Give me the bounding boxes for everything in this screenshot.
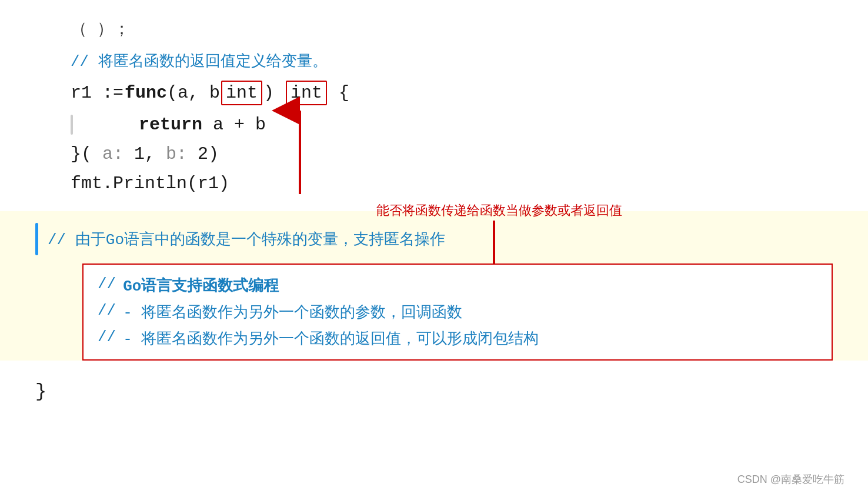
red-box-prefix-1: // [98, 275, 116, 293]
code-open-brace: { [328, 83, 349, 103]
comment-line-1: // 将匿名函数的返回值定义给变量。 [35, 51, 833, 71]
yellow-block: // 由于Go语言中的函数是一个特殊的变量，支持匿名操作 // Go语言支持函数… [0, 211, 868, 361]
a-hint: a: [102, 144, 123, 164]
watermark: CSDN @南桑爱吃牛筋 [737, 472, 844, 486]
code-r1-prefix: r1 := [71, 83, 123, 103]
b-hint: b: [166, 144, 187, 164]
return-block: return a + b [35, 115, 833, 135]
code-func-keyword: func [125, 83, 167, 103]
code-space [274, 83, 285, 103]
return-keyword: return [139, 115, 202, 135]
fmt-line: fmt.Println(r1) [35, 174, 833, 194]
close-brace-open: }( [71, 144, 102, 164]
box-int-return: int [286, 81, 327, 105]
code-line-main: r1 := func (a, b int ) int { [35, 81, 833, 105]
top-partial-text: （ ）； [71, 21, 130, 39]
closing-brace: } [35, 381, 46, 402]
top-code-area: （ ）； // 将匿名函数的返回值定义给变量。 r1 := func (a, b… [0, 0, 868, 211]
top-partial-line: （ ）； [35, 18, 833, 40]
bottom-area: } [0, 369, 868, 408]
red-box-title-row: // Go语言支持函数式编程 [98, 275, 817, 296]
red-box-prefix-2: // [98, 302, 116, 319]
page-container: （ ）； // 将匿名函数的返回值定义给变量。 r1 := func (a, b… [0, 0, 868, 497]
code-params-open: (a, b [167, 83, 220, 103]
return-expr: a + b [213, 115, 266, 135]
watermark-text: CSDN @南桑爱吃牛筋 [737, 473, 844, 485]
yellow-comment: // 由于Go语言中的函数是一个特殊的变量，支持匿名操作 [48, 223, 445, 255]
red-box-item-2: - 将匿名函数作为另外一个函数的返回值，可以形成闭包结构 [123, 328, 539, 349]
red-box-item-2-row: // - 将匿名函数作为另外一个函数的返回值，可以形成闭包结构 [98, 328, 817, 349]
red-box-item-1-row: // - 将匿名函数作为另外一个函数的参数，回调函数 [98, 302, 817, 322]
close-brace-line: }( a: 1, b: 2) [35, 144, 833, 164]
left-bar [71, 115, 73, 135]
code-close-paren: ) [263, 83, 274, 103]
comment-text-1: // 将匿名函数的返回值定义给变量。 [71, 53, 328, 71]
red-box-prefix-3: // [98, 328, 116, 346]
b-val: 2) [198, 144, 219, 164]
red-box-item-1: - 将匿名函数作为另外一个函数的参数，回调函数 [123, 302, 462, 322]
return-line: return a + b [80, 115, 266, 135]
red-border-box: // Go语言支持函数式编程 // - 将匿名函数作为另外一个函数的参数，回调函… [82, 263, 833, 361]
yellow-inner: // 由于Go语言中的函数是一个特殊的变量，支持匿名操作 [35, 223, 833, 255]
red-box-title: Go语言支持函数式编程 [123, 275, 279, 296]
a-val: 1, [134, 144, 166, 164]
box-int-params: int [221, 81, 262, 105]
yellow-left-bar [35, 223, 38, 255]
fmt-text: fmt.Println(r1) [71, 174, 229, 194]
yellow-comment-text: // 由于Go语言中的函数是一个特殊的变量，支持匿名操作 [48, 231, 445, 249]
